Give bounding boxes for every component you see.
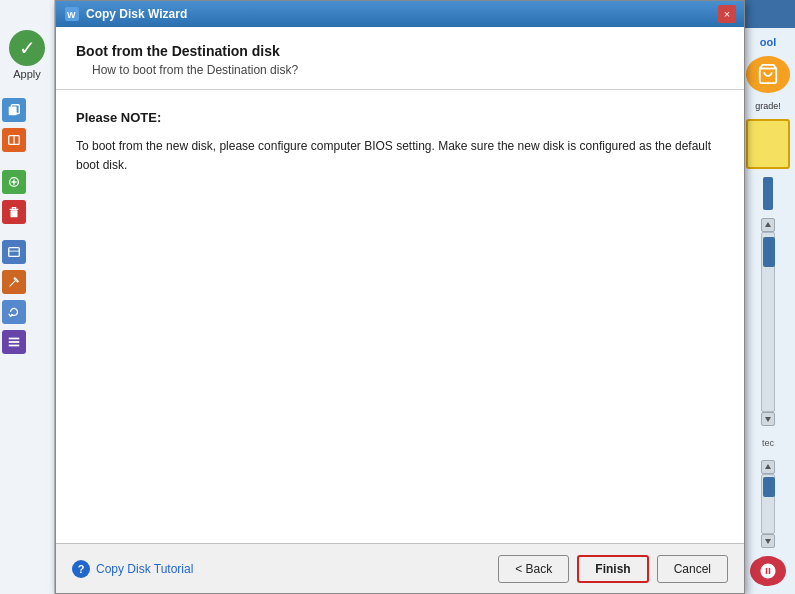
social-button[interactable] [750,556,786,586]
note-title: Please NOTE: [76,110,724,125]
right-label-ool: ool [760,36,777,48]
svg-text:W: W [67,10,76,20]
modal-body: Please NOTE: To boot from the new disk, … [56,90,744,543]
modal-header: Boot from the Destination disk How to bo… [56,27,744,90]
sidebar: ✓ Apply [0,0,55,594]
scroll-down-button-2[interactable] [761,534,775,548]
right-panel: ool grade! tec [740,28,795,594]
clean-icon [2,170,26,194]
svg-marker-16 [765,464,771,469]
sidebar-section-cle [0,168,54,232]
tutorial-icon: ? [72,560,90,578]
svg-rect-11 [9,341,20,343]
scrollbar-thumb[interactable] [763,237,775,267]
upgrade-label: grade! [755,101,781,111]
tools-icon [2,270,26,294]
modal-header-subtitle: How to boot from the Destination disk? [76,63,724,77]
refresh-icon [2,300,26,324]
note-text: To boot from the new disk, please config… [76,137,724,175]
tutorial-link[interactable]: ? Copy Disk Tutorial [72,560,193,578]
modal-footer: ? Copy Disk Tutorial < Back Finish Cance… [56,543,744,593]
cancel-button[interactable]: Cancel [657,555,728,583]
tutorial-link-text[interactable]: Copy Disk Tutorial [96,562,193,576]
svg-marker-17 [765,539,771,544]
svg-marker-15 [765,417,771,422]
partition-icon [2,128,26,152]
footer-buttons: < Back Finish Cancel [498,555,728,583]
svg-rect-7 [11,210,18,217]
modal-titlebar: W Copy Disk Wizard × [56,1,744,27]
apply-label[interactable]: Apply [13,68,41,80]
blue-bar [763,177,773,210]
delete-icon [2,200,26,224]
scrollbar-track-2[interactable] [761,474,775,534]
modal-title: Copy Disk Wizard [86,7,718,21]
apply-check-icon: ✓ [9,30,45,66]
tech-label: tec [762,438,774,448]
scrollbar-area-2[interactable] [761,460,775,548]
sidebar-section-con [0,94,54,162]
list-icon [2,330,26,354]
svg-rect-8 [9,248,20,257]
back-button[interactable]: < Back [498,555,569,583]
modal-dialog: W Copy Disk Wizard × Boot from the Desti… [55,0,745,594]
svg-marker-14 [765,222,771,227]
scrollbar-track[interactable] [761,232,775,412]
scroll-down-button[interactable] [761,412,775,426]
scroll-up-button[interactable] [761,218,775,232]
svg-rect-12 [9,345,20,347]
wizard-icon: W [64,6,80,22]
scrollbar-thumb-2[interactable] [763,477,775,497]
scrollbar-area[interactable] [761,218,775,426]
finish-button[interactable]: Finish [577,555,648,583]
check-icon [2,240,26,264]
svg-rect-10 [9,338,20,340]
apply-section[interactable]: ✓ Apply [9,30,45,80]
upgrade-button[interactable] [746,56,790,93]
sidebar-section-che [0,238,54,362]
modal-close-button[interactable]: × [718,5,736,23]
modal-header-title: Boot from the Destination disk [76,43,724,59]
highlight-box [746,119,790,169]
copy-icon [2,98,26,122]
scroll-up-button-2[interactable] [761,460,775,474]
